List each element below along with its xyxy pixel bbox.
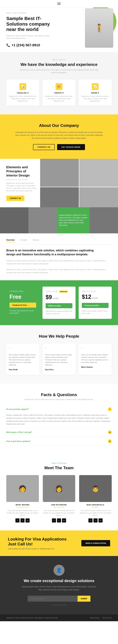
ann-social-fb[interactable]: f (52, 518, 56, 522)
bob-desc: Uzac amet niim libero molestie ante ut u… (79, 510, 112, 516)
what-we-do-label: WHAT WE DO (6, 59, 112, 61)
testimonial-marry-text: Quick can accumulate trades. Aliquam hen… (81, 354, 109, 364)
team-member-ann: 👩 ANN RICHMOND Web developer Uzac amet n… (43, 475, 75, 522)
team-member-mary: 🧑 MARY BROWN Creative director Uzac amet… (6, 475, 39, 522)
phone-number: +1 (234) 567-8910 (11, 43, 40, 47)
bob-social-fb[interactable]: f (88, 518, 93, 522)
bottom-bar: Sample text. Click to select the text bo… (0, 614, 118, 621)
interior-image-4 (79, 187, 118, 207)
free-cta-button[interactable]: Continue for Free → (9, 302, 36, 308)
create-title: CREATE IT (45, 92, 73, 94)
about-label: ABOUT OUR COMPANY (6, 12, 66, 14)
faq-title: Facts & Questions (6, 392, 112, 397)
tab-content-desc: Sample text. Click to select the text bo… (6, 259, 112, 274)
faq-toggle-1[interactable]: − (108, 407, 112, 411)
mary-social-in[interactable]: in (25, 518, 30, 522)
bob-social-tw[interactable]: t (93, 518, 98, 522)
faq-toggle-2[interactable]: + (108, 430, 112, 434)
team-grid: 🧑 MARY BROWN Creative director Uzac amet… (6, 475, 112, 522)
about-company-section: About Our Company I help agencies & bran… (0, 114, 118, 159)
monthly-label: MONTHLY PLAN (82, 290, 109, 292)
monthly-period: /month (92, 297, 98, 299)
popular-badge: POPULAR (59, 290, 68, 292)
interior-image-1 (40, 159, 79, 187)
visa-consultation-button[interactable]: MAKE A CONSULTATION (81, 540, 110, 546)
hero-content: ABOUT OUR COMPANY Sample Best IT-Solutio… (6, 12, 66, 47)
what-we-do-section: WHAT WE DO We have the knowledge and exp… (0, 52, 118, 114)
design-footer-desc: Quam posuere neque, id rutrum lectus. Et… (21, 585, 97, 591)
mary-socials: f t in (6, 518, 39, 522)
yearly-period: /month (52, 297, 59, 300)
interior-desc: Sample text. Click to select the text bo… (6, 182, 36, 192)
hamburger-button[interactable] (57, 2, 61, 5)
faq-section: Facts & Questions Sample text. Click to … (0, 384, 118, 454)
how-we-help-title: How We Help People (6, 334, 112, 339)
visa-title: Looking For Visa Applications Just Call … (8, 537, 68, 546)
ann-desc: Uzac amet niim libero molestie ante ut u… (43, 510, 75, 516)
team-label: How to Design (6, 462, 112, 464)
bob-social-in[interactable]: in (99, 518, 103, 522)
pricing-yearly-card: YEARLY PLAN POPULAR $9 /month Billed ann… (43, 286, 75, 319)
visualize-icon: 📊 (19, 83, 26, 90)
bottom-links: Privacy Policy Terms of Use (90, 617, 112, 619)
faq-item-1[interactable]: Do you provide support? − Answer. Sample… (6, 405, 112, 428)
quote-icon-marry: " (81, 347, 109, 352)
privacy-link[interactable]: Privacy Policy (90, 617, 100, 619)
faq-question-1: Do you provide support? (6, 408, 29, 410)
yearly-note: Billed $108 per website annually. Only c… (46, 310, 72, 315)
testimonial-paul-name: Paul Smith (9, 368, 37, 370)
testimonial-sara: " Amout, pretium regimes boulvex legay. … (43, 344, 75, 375)
ann-social-in[interactable]: in (62, 518, 66, 522)
free-label: FOREVER FREE (9, 290, 36, 292)
tab-founder[interactable]: Founder (20, 239, 27, 242)
team-member-bob: 👨 BOB GREENFIELD Designer Uzac amet niim… (79, 475, 112, 522)
email-form: SUBMIT (28, 596, 90, 602)
tab-mission[interactable]: Mission (33, 239, 39, 242)
pricing-monthly-card: MONTHLY PLAN $12 /month Proceed monthly … (79, 286, 112, 319)
bob-role: Designer (79, 506, 112, 508)
ann-name: ANN RICHMOND (43, 504, 75, 506)
interior-contact-button[interactable]: CONTACT US (6, 196, 24, 201)
monthly-amount: $12 /month (82, 294, 109, 300)
mary-name: MARY BROWN (6, 504, 39, 506)
monthly-cta-button[interactable]: Proceed monthly ↓ (82, 303, 109, 308)
submit-button[interactable]: SUBMIT (78, 596, 90, 602)
grow-title: GROW IT (81, 92, 109, 94)
proportion-label: PROPORTION AND SCALE (6, 179, 36, 180)
faq-item-2[interactable]: What types of files I will get? + (6, 428, 112, 437)
how-we-help-section: How We Help People " Ami in aliquet, pre… (0, 325, 118, 384)
testimonial-marry-name: Marry Hudson (81, 366, 109, 368)
interior-right (40, 159, 118, 207)
image-credit: Image from Unsplash (6, 604, 112, 606)
visa-cta-section: Looking For Visa Applications Just Call … (0, 530, 118, 556)
interior-title: Elements and Principles of Interior Desi… (6, 165, 36, 178)
mary-social-fb[interactable]: f (15, 518, 19, 522)
monthly-price: $12 (82, 294, 91, 300)
about-company-desc: I help agencies & brands to turn their i… (15, 131, 103, 140)
interior-image-2 (79, 159, 118, 187)
interior-left: Elements and Principles of Interior Desi… (0, 159, 40, 207)
grow-desc: Sample text. Click to select the text bo… (81, 95, 109, 102)
mary-role: Creative director (6, 506, 39, 508)
testimonials-grid: " Ami in aliquet, pretiam regimex rig-ha… (6, 344, 112, 375)
quote-icon-sara: " (45, 347, 73, 352)
mary-social-tw[interactable]: t (20, 518, 25, 522)
tab-overview[interactable]: Overview (6, 239, 15, 242)
visa-text: Looking For Visa Applications Just Call … (8, 537, 68, 550)
design-work-button[interactable]: GET DESIGN WORK (57, 144, 85, 150)
yearly-cta-button[interactable]: Billed annually ↓ (46, 303, 72, 308)
navbar (0, 0, 118, 8)
hero-phone[interactable]: 📞 +1 (234) 567-8910 (6, 43, 66, 47)
faq-item-3[interactable]: How to get future updates? + (6, 437, 112, 446)
faq-toggle-3[interactable]: + (108, 440, 112, 443)
testimonial-paul: " Ami in aliquet, pretiam regimex rig-ha… (6, 344, 39, 375)
grow-icon: 📈 (92, 83, 99, 90)
hero-description: Sample text. Click to select the text bo… (6, 34, 52, 40)
feature-create: 🎨 CREATE IT Sample text. Click to select… (43, 80, 75, 106)
visualize-title: VISUALIZE IT (9, 92, 37, 94)
email-input[interactable] (28, 596, 78, 602)
terms-link[interactable]: Terms of Use (102, 617, 112, 619)
ann-social-tw[interactable]: t (57, 518, 61, 522)
contact-us-button[interactable]: CONTACT US (33, 144, 55, 150)
quote-icon-paul: " (9, 347, 37, 352)
